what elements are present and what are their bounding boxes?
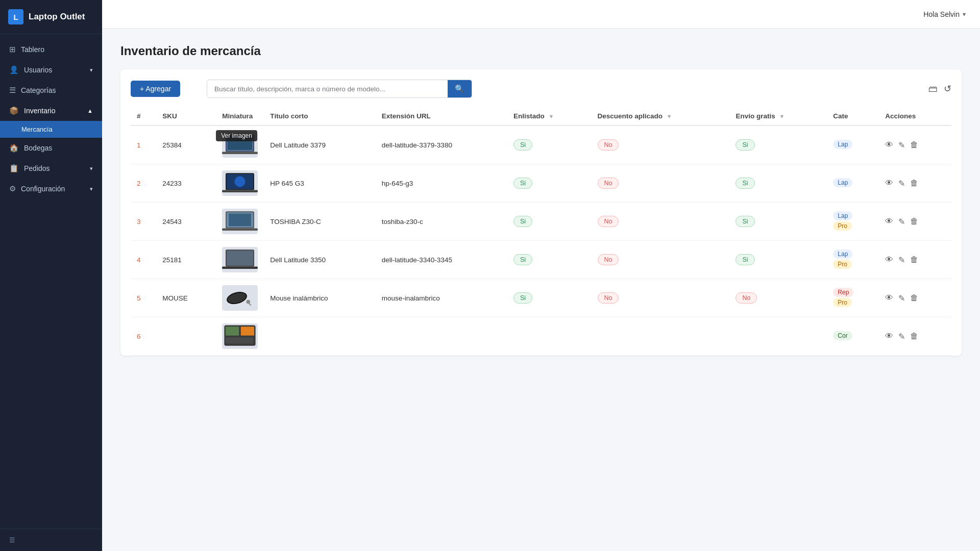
row-sku: MOUSE — [156, 279, 216, 317]
sidebar-subitem-mercancia[interactable]: Mercancía — [0, 121, 102, 138]
search-bar: 🔍 — [207, 80, 472, 98]
sidebar-item-label: Tablero — [21, 45, 44, 54]
row-title — [264, 317, 376, 356]
col-descuento: Descuento aplicado ▼ — [592, 107, 730, 126]
table-row: 2 24233 HP 645 G3 hp-645-g3 Si No Si Lap… — [131, 164, 951, 203]
edit-icon[interactable]: ✎ — [898, 255, 905, 265]
chevron-icon: ▾ — [90, 165, 93, 172]
enlistado-badge: Si — [513, 254, 532, 265]
row-descuento: No — [592, 126, 730, 164]
sidebar-item-label: Categorías — [21, 86, 56, 94]
delete-icon[interactable]: 🗑 — [910, 217, 918, 226]
search-button[interactable]: 🔍 — [448, 80, 472, 97]
delete-icon[interactable]: 🗑 — [910, 255, 918, 264]
row-title: Dell Latitude 3350 — [264, 241, 376, 279]
box-icon-button[interactable]: 🗃 — [928, 84, 938, 94]
sidebar-item-label: Pedidos — [24, 164, 50, 172]
edit-icon[interactable]: ✎ — [898, 140, 905, 150]
sidebar-item-bodegas[interactable]: 🏠 Bodegas — [0, 138, 102, 158]
view-icon[interactable]: 👁 — [885, 255, 893, 264]
row-sku: 24233 — [156, 164, 216, 203]
row-descuento: No — [592, 241, 730, 279]
row-title: HP 645 G3 — [264, 164, 376, 203]
delete-icon[interactable]: 🗑 — [910, 140, 918, 149]
view-icon[interactable]: 👁 — [885, 217, 893, 226]
row-thumbnail[interactable] — [216, 203, 264, 241]
bodegas-icon: 🏠 — [9, 143, 19, 153]
delete-icon[interactable]: 🗑 — [910, 293, 918, 303]
view-icon[interactable]: 👁 — [885, 140, 893, 149]
sidebar-item-usuarios[interactable]: 👤 Usuarios ▾ — [0, 60, 102, 80]
category-badge: Pro — [833, 221, 852, 231]
pedidos-icon: 📋 — [9, 164, 19, 173]
delete-icon[interactable]: 🗑 — [910, 179, 918, 188]
row-thumbnail[interactable] — [216, 279, 264, 317]
enlistado-badge: Si — [513, 139, 532, 151]
edit-icon[interactable]: ✎ — [898, 217, 905, 227]
row-url: dell-latitude-3379-3380 — [376, 126, 507, 164]
refresh-button[interactable]: ↺ — [944, 83, 951, 94]
toolbar: + Agregar 🔍 🗃 ↺ — [131, 80, 951, 98]
row-thumbnail[interactable] — [216, 164, 264, 203]
sidebar-logo[interactable]: L Laptop Outlet — [0, 0, 102, 34]
inventory-table: # SKU Miniatura Título corto Extensión U… — [131, 107, 951, 356]
table-header-row: # SKU Miniatura Título corto Extensión U… — [131, 107, 951, 126]
category-badge: Rep — [833, 288, 853, 297]
descuento-badge: No — [598, 216, 619, 227]
row-num: 1 — [131, 126, 156, 164]
row-descuento: No — [592, 279, 730, 317]
category-badge: Cor — [833, 331, 852, 340]
view-icon[interactable]: 👁 — [885, 332, 893, 341]
sidebar-subitem-label: Mercancía — [21, 126, 53, 133]
row-thumbnail[interactable] — [216, 241, 264, 279]
row-num: 6 — [131, 317, 156, 356]
enlistado-badge: Si — [513, 216, 532, 227]
view-icon[interactable]: 👁 — [885, 293, 893, 303]
view-icon[interactable]: 👁 — [885, 179, 893, 188]
svg-point-6 — [235, 176, 246, 187]
col-acciones: Acciones — [879, 107, 951, 126]
envio-badge: No — [736, 292, 757, 304]
sidebar-item-pedidos[interactable]: 📋 Pedidos ▾ — [0, 158, 102, 179]
row-envio: No — [729, 279, 827, 317]
sidebar-item-label: Inventario — [24, 107, 55, 115]
col-enlistado: Enlistado ▼ — [507, 107, 592, 126]
svg-rect-13 — [227, 251, 254, 266]
enlistado-badge: Si — [513, 178, 532, 189]
toolbar-right: 🗃 ↺ — [928, 83, 951, 94]
row-thumbnail[interactable]: Ver imagen — [216, 126, 264, 164]
descuento-badge: No — [598, 178, 619, 189]
sidebar-item-categorias[interactable]: ☰ Categorías — [0, 80, 102, 101]
svg-rect-10 — [229, 214, 251, 227]
category-badge: Lap — [833, 211, 852, 220]
svg-rect-21 — [241, 327, 254, 336]
add-button[interactable]: + Agregar — [131, 81, 180, 97]
sidebar: L Laptop Outlet ⊞ Tablero 👤 Usuarios ▾☰ … — [0, 0, 102, 551]
user-menu[interactable]: Hola Selvin ▾ — [923, 10, 966, 18]
row-thumbnail[interactable] — [216, 317, 264, 356]
table-row: 5 MOUSE Mouse inalámbrico mouse-inalambr… — [131, 279, 951, 317]
row-title: Dell Latitude 3379 — [264, 126, 376, 164]
sidebar-item-inventario[interactable]: 📦 Inventario ▲ — [0, 101, 102, 121]
edit-icon[interactable]: ✎ — [898, 179, 905, 188]
svg-rect-22 — [226, 337, 253, 343]
col-titulo: Título corto — [264, 107, 376, 126]
row-actions: 👁 ✎ 🗑 — [879, 317, 951, 356]
sidebar-item-tablero[interactable]: ⊞ Tablero — [0, 39, 102, 60]
edit-icon[interactable]: ✎ — [898, 293, 905, 303]
row-enlistado — [507, 317, 592, 356]
row-descuento: No — [592, 164, 730, 203]
col-miniatura: Miniatura — [216, 107, 264, 126]
row-actions: 👁 ✎ 🗑 — [879, 241, 951, 279]
delete-icon[interactable]: 🗑 — [910, 332, 918, 341]
row-actions: 👁 ✎ 🗑 — [879, 203, 951, 241]
row-category: Lap — [827, 164, 879, 203]
row-num: 4 — [131, 241, 156, 279]
thumbnail-image — [222, 323, 258, 349]
sidebar-item-configuracion[interactable]: ⚙ Configuración ▾ — [0, 179, 102, 199]
categorias-icon: ☰ — [9, 86, 16, 95]
edit-icon[interactable]: ✎ — [898, 332, 905, 341]
search-input[interactable] — [207, 81, 448, 97]
row-category: LapPro — [827, 241, 879, 279]
user-menu-chevron: ▾ — [963, 11, 966, 18]
